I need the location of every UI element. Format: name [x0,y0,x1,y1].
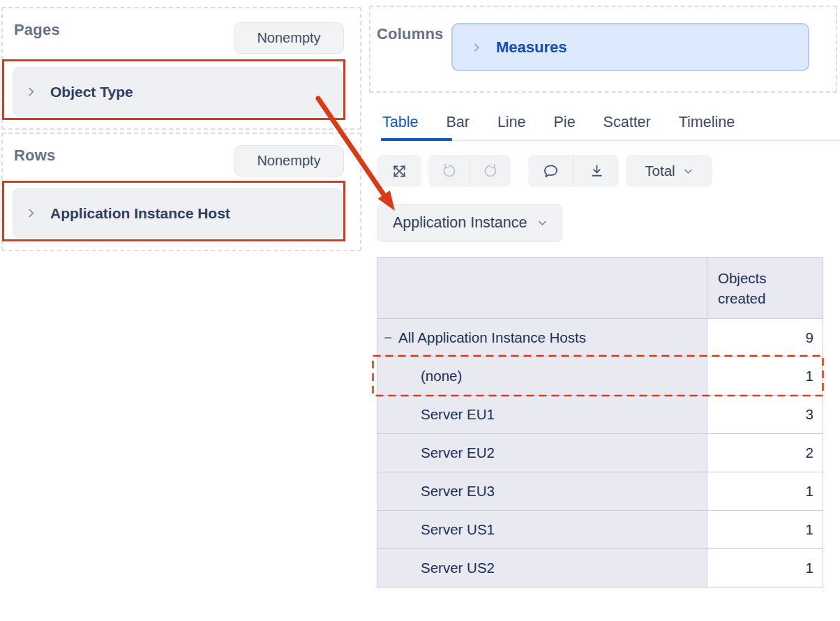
tab-line[interactable]: Line [497,113,526,131]
tab-bar[interactable]: Bar [446,113,469,131]
row-label-server-us1[interactable]: Server US1 [377,511,707,549]
row-value[interactable]: 1 [707,357,823,396]
application-instance-label: Application Instance [393,214,527,232]
expand-button[interactable] [377,155,421,187]
active-tab-underline [381,138,452,141]
table-row: Server US1 1 [377,511,823,549]
total-dropdown[interactable]: Total [626,155,712,187]
columns-title: Columns [377,25,444,43]
pages-dimension-object-type[interactable]: Object Type [13,67,342,117]
comment-export-group [528,155,619,187]
rows-dimension-app-instance-host[interactable]: Application Instance Host [13,188,342,238]
row-label-text: All Application Instance Hosts [398,329,586,345]
pages-nonempty-button[interactable]: Nonempty [234,22,344,54]
row-label-server-eu1[interactable]: Server EU1 [377,396,707,434]
export-button[interactable] [573,155,619,187]
expand-icon [391,163,407,179]
row-value[interactable]: 1 [707,511,823,549]
row-label-server-eu2[interactable]: Server EU2 [377,434,707,472]
row-value[interactable]: 1 [707,549,823,588]
row-label-server-us2[interactable]: Server US2 [377,549,707,588]
comment-bubble-icon [542,163,560,180]
chevron-right-icon [25,86,37,98]
undo-button[interactable] [428,155,470,187]
chevron-right-icon [471,42,482,53]
pages-title: Pages [14,21,60,39]
tab-table[interactable]: Table [382,113,418,131]
table-toolbar: Total [377,155,712,187]
table-row-highlighted: (none) 1 [377,357,823,396]
columns-dimension-label: Measures [496,38,567,57]
rows-nonempty-label: Nonempty [257,153,320,169]
rows-nonempty-button[interactable]: Nonempty [234,145,344,177]
table-row: −All Application Instance Hosts 9 [377,319,823,357]
table-row: Server EU2 2 [377,434,823,472]
pages-nonempty-label: Nonempty [257,30,320,46]
row-value[interactable]: 1 [707,472,823,511]
table-header-row: Objects created [377,257,823,319]
row-value[interactable]: 2 [707,434,823,472]
application-instance-dropdown[interactable]: Application Instance [377,204,562,242]
chevron-right-icon [25,207,37,219]
header-objects-created[interactable]: Objects created [707,257,823,319]
tab-scatter[interactable]: Scatter [603,113,651,131]
redo-icon [482,163,499,179]
report-table: Objects created −All Application Instanc… [377,257,823,588]
header-empty-cell [377,257,707,319]
table-row: Server EU1 3 [377,396,823,434]
columns-dimension-measures[interactable]: Measures [451,23,809,71]
comment-button[interactable] [528,155,573,187]
tab-timeline[interactable]: Timeline [679,113,735,131]
chevron-down-icon [683,166,693,177]
collapse-icon[interactable]: − [384,329,392,346]
rows-title: Rows [14,147,55,165]
row-label-server-eu3[interactable]: Server EU3 [377,472,707,511]
chevron-down-icon [537,218,548,228]
redo-button[interactable] [470,155,511,187]
table-row: Server EU3 1 [377,472,823,511]
row-value[interactable]: 9 [707,319,823,357]
undo-redo-group [428,155,511,187]
tab-pie[interactable]: Pie [554,113,576,131]
download-icon [589,163,605,179]
total-label: Total [645,163,675,179]
table-row: Server US2 1 [377,549,823,588]
undo-icon [441,163,458,179]
pages-dimension-label: Object Type [50,84,133,100]
row-label-all-hosts[interactable]: −All Application Instance Hosts [377,319,707,357]
row-label-none[interactable]: (none) [377,357,707,396]
report-builder: Pages Rows Columns Nonempty Nonempty Obj… [0,0,840,621]
view-tabs: Table Bar Line Pie Scatter Timeline [382,113,735,131]
row-value[interactable]: 3 [707,396,823,434]
rows-dimension-label: Application Instance Host [50,205,230,222]
